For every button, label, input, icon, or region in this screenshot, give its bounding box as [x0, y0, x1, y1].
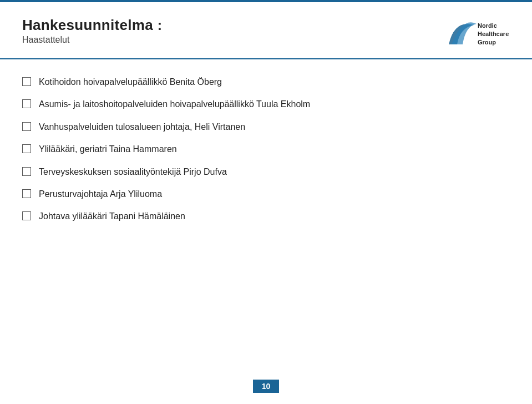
list-item: Kotihoidon hoivapalvelupäällikkö Benita … — [22, 76, 510, 88]
item-text-3: Vanhuspalveluiden tulosalueen johtaja, H… — [39, 121, 245, 133]
list-item: Terveyskeskuksen sosiaalityöntekijä Pirj… — [22, 166, 510, 178]
title-block: Hankesuunnitelma : Haastattelut — [22, 11, 162, 45]
list-item: Asumis- ja laitoshoitopalveluiden hoivap… — [22, 98, 510, 110]
list-item: Johtava ylilääkäri Tapani Hämäläinen — [22, 210, 510, 223]
item-text-5: Terveyskeskuksen sosiaalityöntekijä Pirj… — [39, 166, 227, 178]
item-text-4: Ylilääkäri, geriatri Taina Hammaren — [39, 143, 177, 155]
checkbox-icon-3 — [22, 122, 31, 131]
checkbox-icon-6 — [22, 189, 31, 198]
checkbox-icon-1 — [22, 77, 31, 86]
sub-title: Haastattelut — [22, 35, 162, 45]
checkbox-icon-4 — [22, 144, 31, 153]
checkbox-icon-7 — [22, 211, 31, 220]
item-text-7: Johtava ylilääkäri Tapani Hämäläinen — [39, 210, 185, 223]
svg-text:Group: Group — [478, 39, 496, 46]
list-item: Ylilääkäri, geriatri Taina Hammaren — [22, 143, 510, 155]
svg-text:Healthcare: Healthcare — [478, 31, 509, 37]
main-title: Hankesuunnitelma : — [22, 17, 162, 34]
item-text-6: Perusturvajohtaja Arja Yliluoma — [39, 188, 162, 200]
svg-text:Nordic: Nordic — [478, 22, 497, 29]
page-number: 10 — [253, 380, 280, 393]
checkbox-icon-2 — [22, 99, 31, 108]
logo-area: Nordic Healthcare Group — [443, 11, 510, 53]
footer: 10 — [0, 380, 532, 393]
header-bar — [0, 0, 532, 2]
list-item: Perusturvajohtaja Arja Yliluoma — [22, 188, 510, 200]
nhg-logo: Nordic Healthcare Group — [443, 14, 510, 53]
list-item: Vanhuspalveluiden tulosalueen johtaja, H… — [22, 121, 510, 133]
content: Kotihoidon hoivapalvelupäällikkö Benita … — [0, 59, 532, 255]
header: Hankesuunnitelma : Haastattelut Nordic H… — [0, 0, 532, 59]
item-text-1: Kotihoidon hoivapalvelupäällikkö Benita … — [39, 76, 222, 88]
checkbox-icon-5 — [22, 167, 31, 176]
item-text-2: Asumis- ja laitoshoitopalveluiden hoivap… — [39, 98, 310, 110]
